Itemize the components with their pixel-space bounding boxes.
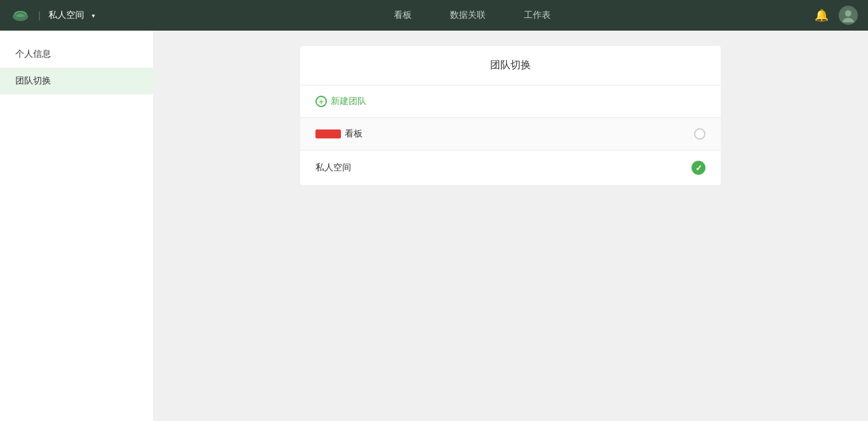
sidebar: 个人信息 团队切换 <box>0 31 153 421</box>
radio-unchecked-icon[interactable] <box>694 128 705 140</box>
plus-icon: + <box>315 96 327 107</box>
team-name-suffix: 看板 <box>345 128 363 140</box>
nav-item-kanban[interactable]: 看板 <box>394 7 412 24</box>
avatar[interactable] <box>839 6 858 25</box>
team-name-private-label: 私人空间 <box>315 162 351 174</box>
workspace-label[interactable]: 私人空间 <box>48 10 84 21</box>
sidebar-item-team-switch-label: 团队切换 <box>15 75 51 87</box>
team-name-private: 私人空间 <box>315 162 351 174</box>
team-list-item-kanban[interactable]: 看板 <box>300 118 721 151</box>
navbar-right: 🔔 <box>807 6 858 25</box>
svg-point-2 <box>845 10 851 17</box>
sidebar-item-team-switch[interactable]: 团队切换 <box>0 68 153 94</box>
bell-icon[interactable]: 🔔 <box>814 8 828 22</box>
svg-point-3 <box>843 18 854 22</box>
logo-icon[interactable] <box>10 5 31 26</box>
card-body: + 新建团队 看板 私人空间 <box>300 85 721 185</box>
content-card: 团队切换 + 新建团队 看板 <box>300 46 721 185</box>
sidebar-item-personal-info-label: 个人信息 <box>15 48 51 60</box>
main-layout: 个人信息 团队切换 团队切换 + 新建团队 <box>0 31 868 421</box>
new-team-button[interactable]: + 新建团队 <box>315 96 366 107</box>
nav-divider: | <box>38 10 41 20</box>
new-team-label: 新建团队 <box>331 96 366 107</box>
navbar-center: 看板 数据关联 工作表 <box>138 7 807 24</box>
workspace-chevron-icon[interactable]: ▾ <box>92 12 95 19</box>
team-list-item-private[interactable]: 私人空间 ✓ <box>300 151 721 185</box>
team-name-redacted <box>315 129 341 138</box>
content-area: 团队切换 + 新建团队 看板 <box>153 31 868 421</box>
sidebar-item-personal-info[interactable]: 个人信息 <box>0 41 153 68</box>
card-header: 团队切换 <box>300 46 721 85</box>
card-title: 团队切换 <box>315 59 705 72</box>
radio-checked-icon[interactable]: ✓ <box>691 161 705 175</box>
svg-point-1 <box>14 11 27 17</box>
checkmark-icon: ✓ <box>695 163 702 173</box>
navbar-left: | 私人空间 ▾ <box>10 5 138 26</box>
team-name-kanban: 看板 <box>315 128 363 140</box>
nav-item-data-link[interactable]: 数据关联 <box>450 7 486 24</box>
sidebar-item-empty <box>0 94 153 120</box>
navbar: | 私人空间 ▾ 看板 数据关联 工作表 🔔 <box>0 0 868 31</box>
avatar-inner <box>839 6 858 25</box>
nav-item-worksheet[interactable]: 工作表 <box>524 7 551 24</box>
new-team-section: + 新建团队 <box>300 85 721 118</box>
